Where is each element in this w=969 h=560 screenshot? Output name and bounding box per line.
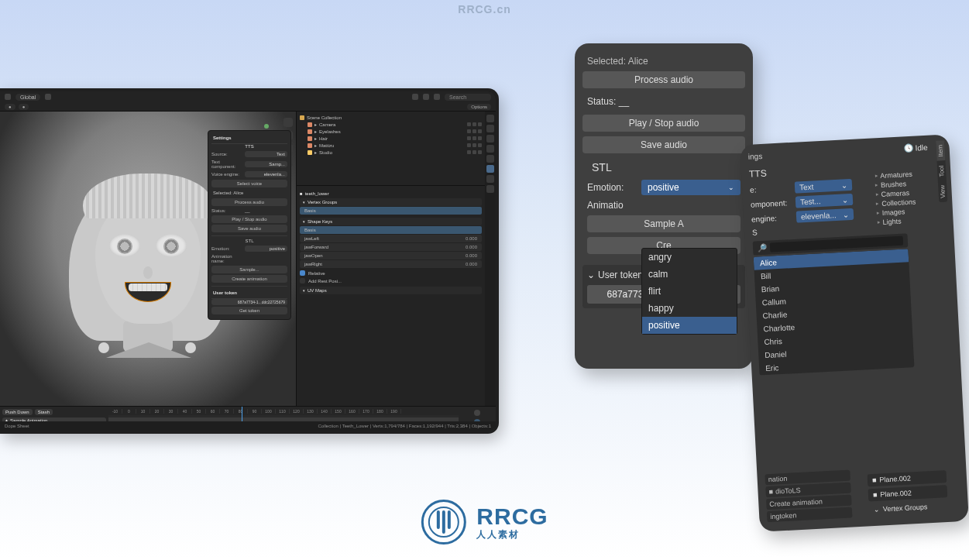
outliner-item[interactable]: ▸ Eyelashes	[300, 128, 482, 135]
properties-breadcrumb[interactable]: ■ teeth_lower	[300, 191, 482, 196]
outliner-item[interactable]: ▸ Studio	[300, 149, 482, 156]
dropdown-item[interactable]: calm	[642, 266, 737, 283]
shape-keys-header[interactable]: Shape Keys	[300, 218, 482, 225]
menu-icon[interactable]	[45, 94, 51, 100]
vertex-groups-header[interactable]: Vertex Groups	[300, 198, 482, 206]
partial-button[interactable]: ingtoken	[767, 507, 853, 522]
blender-logo-icon	[5, 94, 11, 100]
push-down-button[interactable]: Push Down	[2, 409, 33, 415]
outliner-category[interactable]: Lights	[877, 216, 931, 227]
scene-tab-icon[interactable]	[486, 145, 494, 153]
addon-panel-header[interactable]: Settings	[211, 134, 287, 144]
save-audio-button[interactable]: Save audio	[582, 136, 745, 153]
outliner-item[interactable]: ▸ Camera	[300, 121, 482, 128]
shading-icon[interactable]	[434, 94, 440, 100]
s-label: S	[752, 226, 795, 237]
add-rest-checkbox[interactable]	[300, 278, 305, 283]
textcomp-label: Text component:	[211, 160, 242, 169]
tab-view[interactable]: View	[938, 181, 947, 203]
blender-window: Global Search ●● Options	[0, 88, 499, 434]
dropdown-item-selected[interactable]: positive	[642, 317, 737, 334]
header-option-b[interactable]: ●	[19, 104, 29, 110]
object-row[interactable]: ■ Plane.002	[868, 485, 948, 501]
idle-status: 🕓 Idle	[903, 143, 927, 153]
panel-header-partial: ings	[748, 152, 763, 161]
tts-title: TTS	[749, 163, 852, 180]
world-tab-icon[interactable]	[486, 155, 494, 163]
mode-selector[interactable]: Global	[15, 94, 40, 101]
view-tab-icon[interactable]	[486, 135, 494, 143]
addon-panel: Settings TTS Source:Text Text component:…	[208, 130, 291, 320]
skip-start-icon[interactable]	[474, 410, 480, 416]
status-right: Collection | Teeth_Lower | Verts:1,794/7…	[318, 424, 491, 428]
stl-label: STL	[211, 239, 287, 243]
vertex-group-item[interactable]: Basis	[300, 207, 482, 215]
logo-subtitle: 人人素材	[476, 528, 548, 541]
object-row[interactable]: ■ Plane.002	[868, 470, 947, 486]
options-button[interactable]: Options	[467, 104, 491, 110]
zoom-icon[interactable]	[283, 118, 293, 127]
timeline-ruler[interactable]: -100102030405060708090100110120130140150…	[108, 407, 459, 415]
shape-key-item[interactable]: jawLeft0.000	[300, 235, 482, 242]
emotion-field[interactable]: positive	[245, 246, 287, 252]
shape-key-item[interactable]: jawForward0.000	[300, 243, 482, 251]
voice-field[interactable]: elevenla...	[245, 171, 287, 177]
engine-field[interactable]: elevenla...⌄	[796, 208, 854, 223]
process-audio-button[interactable]: Process audio	[582, 71, 745, 88]
process-audio-button[interactable]: Process audio	[211, 198, 287, 206]
outliner-item[interactable]: ▸ Hair	[300, 135, 482, 142]
object-data-tab-icon[interactable]	[486, 165, 494, 173]
outliner-root[interactable]: Scene Collection	[300, 115, 482, 121]
status-row: Status: __	[582, 93, 745, 110]
sample-button[interactable]: Sample A	[587, 215, 740, 232]
stash-button[interactable]: Stash	[35, 409, 53, 415]
textcomp-field[interactable]: Samp...	[245, 161, 287, 167]
material-tab-icon[interactable]	[486, 185, 494, 193]
user-token-header[interactable]: User token	[211, 289, 287, 299]
chevron-down-icon: ⌄	[728, 184, 734, 191]
n-panel-tabs: Item Tool View	[936, 141, 947, 203]
animation-label: Animatio	[587, 200, 637, 211]
comp-field[interactable]: Test...⌄	[795, 194, 854, 208]
add-rest-label: Add Rest Posi...	[308, 279, 342, 283]
dropdown-item[interactable]: angry	[642, 249, 737, 266]
header-option-a[interactable]: ●	[5, 104, 15, 110]
output-tab-icon[interactable]	[486, 125, 494, 132]
save-audio-button[interactable]: Save audio	[211, 225, 287, 232]
shape-key-item[interactable]: jawOpen0.000	[300, 252, 482, 259]
play-stop-button[interactable]: Play / Stop audio	[211, 215, 287, 223]
selected-voice-text: Selected: Alice	[582, 56, 745, 67]
emotion-dropdown[interactable]: positive⌄	[641, 180, 740, 195]
dropdown-item[interactable]: happy	[642, 300, 737, 317]
user-token-value[interactable]: 687a7734-1...ddc22725679	[211, 299, 287, 305]
dropdown-item[interactable]: flirt	[642, 283, 737, 300]
header-search-input[interactable]: Search	[445, 94, 491, 101]
shape-key-item[interactable]: Basis	[300, 226, 482, 234]
shape-key-item[interactable]: jawRight0.000	[300, 260, 482, 268]
outliner-panel[interactable]: Scene Collection ▸ Camera ▸ Eyelashes ▸ …	[297, 112, 485, 186]
source-field[interactable]: Text	[245, 151, 287, 157]
uv-maps-header[interactable]: UV Maps	[300, 287, 482, 294]
anim-name-label: Animation name:	[211, 254, 242, 263]
sample-button[interactable]: Sample...	[211, 266, 287, 273]
get-token-button[interactable]: Get token	[211, 307, 287, 314]
source-field[interactable]: Text⌄	[795, 179, 853, 194]
tab-tool[interactable]: Tool	[937, 161, 947, 180]
create-animation-button[interactable]: Create animation	[211, 275, 287, 283]
relative-checkbox[interactable]	[300, 270, 305, 276]
source-label: e:	[750, 184, 792, 194]
overlay-toggle-icon[interactable]	[412, 94, 418, 100]
status-bar: Dope Sheet Collection | Teeth_Lower | Ve…	[0, 421, 496, 431]
modifier-tab-icon[interactable]	[486, 175, 494, 183]
play-stop-button[interactable]: Play / Stop audio	[582, 115, 745, 132]
engine-label: engine:	[751, 213, 794, 224]
tab-item[interactable]: Item	[936, 141, 945, 161]
shading-icon[interactable]	[423, 94, 429, 100]
selected-voice-text: Selected: Alice	[211, 189, 287, 197]
properties-panel: ■ teeth_lower Vertex Groups Basis Shape …	[297, 186, 485, 297]
select-voice-button[interactable]: Select voice	[211, 180, 287, 187]
outliner-item[interactable]: ▸ Mattizu	[300, 142, 482, 149]
render-tab-icon[interactable]	[486, 115, 494, 122]
3d-viewport[interactable]: Settings TTS Source:Text Text component:…	[0, 112, 296, 406]
vertex-groups-header[interactable]: ⌄ Vertex Groups	[869, 500, 949, 516]
